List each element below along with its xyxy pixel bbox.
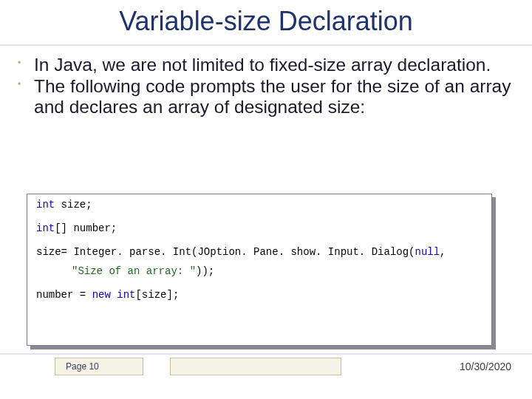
code-3b: , — [440, 246, 446, 258]
code-box: int size; int[] number; size= Integer. p… — [27, 194, 492, 346]
kw-int-1: int — [36, 199, 55, 211]
footer: Page 10 10/30/2020 — [0, 356, 532, 377]
code-3a: size= Integer. parse. Int(JOption. Pane.… — [36, 246, 415, 258]
kw-int-3: int — [117, 289, 135, 301]
kw-null: null — [415, 246, 440, 258]
page-number-cell: Page 10 — [55, 358, 143, 375]
bullet-2: The following code prompts the user for … — [18, 76, 520, 117]
code-4rest: )); — [196, 265, 214, 277]
code-line-3: size= Integer. parse. Int(JOption. Pane.… — [36, 246, 482, 258]
title-divider — [0, 44, 532, 46]
bullet-1: In Java, we are not limited to fixed-siz… — [18, 55, 520, 75]
code-5b — [111, 289, 117, 301]
code-str: "Size of an array: " — [72, 265, 196, 277]
code-line-5: number = new int[size]; — [36, 289, 482, 301]
page-number: Page 10 — [66, 361, 99, 372]
code-5a: number = — [36, 289, 92, 301]
footer-mid-cell — [170, 358, 341, 375]
code-5c: [size]; — [135, 289, 179, 301]
code-line-1: int size; — [36, 199, 482, 211]
code-line-2: int[] number; — [36, 222, 482, 234]
footer-divider — [0, 353, 532, 355]
code-rest-1: size; — [55, 199, 92, 211]
kw-int-2: int — [36, 222, 55, 234]
bullet-2-text: The following code prompts the user for … — [34, 76, 511, 116]
slide-title: Variable-size Declaration — [0, 6, 532, 37]
slide: Variable-size Declaration In Java, we ar… — [0, 0, 532, 399]
body-text: In Java, we are not limited to fixed-siz… — [18, 55, 520, 118]
kw-new: new — [92, 289, 111, 301]
bullet-1-text: In Java, we are not limited to fixed-siz… — [34, 55, 491, 75]
code-line-4: "Size of an array: ")); — [36, 265, 482, 277]
code-rest-2: [] number; — [55, 222, 117, 234]
footer-date: 10/30/2020 — [460, 361, 511, 372]
